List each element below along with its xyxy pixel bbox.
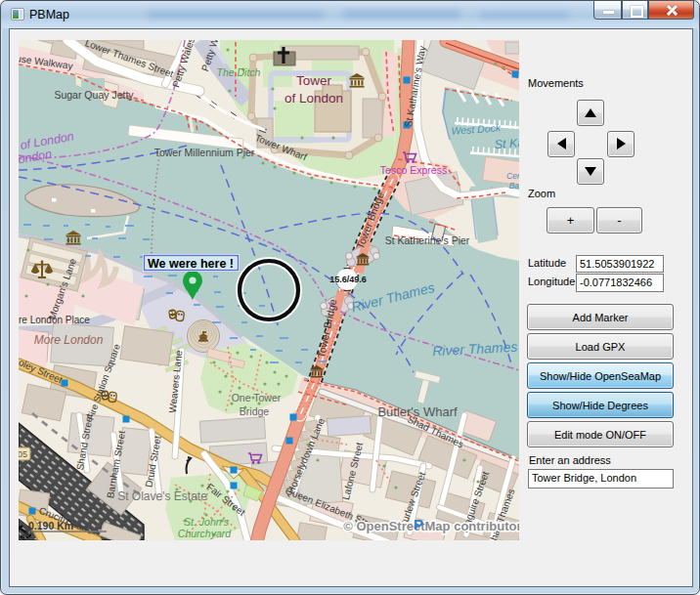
- svg-text:Bas: Bas: [509, 181, 519, 191]
- svg-text:Tower Millennium Pier: Tower Millennium Pier: [154, 147, 255, 158]
- svg-text:of London: of London: [284, 91, 343, 106]
- svg-text:© OpenStreetMap contributors: © OpenStreetMap contributors: [343, 519, 519, 533]
- svg-text:More London: More London: [34, 333, 104, 347]
- svg-text:Cent: Cent: [506, 171, 519, 181]
- svg-text:Tower: Tower: [296, 73, 332, 88]
- svg-text:P: P: [414, 516, 423, 532]
- svg-text:Sugar Quay Jetty: Sugar Quay Jetty: [54, 89, 134, 101]
- svg-text:We were here !: We were here !: [148, 257, 234, 271]
- svg-text:05: 05: [19, 449, 27, 459]
- svg-text:St Olave's Estate: St Olave's Estate: [117, 489, 207, 503]
- svg-text:One Tower: One Tower: [232, 392, 282, 404]
- svg-text:Churchyard: Churchyard: [178, 528, 232, 539]
- svg-text:St Katherine's Pier: St Katherine's Pier: [385, 234, 470, 246]
- svg-text:Tesco Express: Tesco Express: [380, 164, 447, 176]
- svg-text:15.6/49.6: 15.6/49.6: [329, 275, 367, 284]
- svg-text:St Kat: St Kat: [494, 136, 519, 151]
- svg-text:St. John's: St. John's: [184, 516, 230, 528]
- svg-text:Bridge: Bridge: [240, 405, 270, 417]
- svg-text:The Ditch: The Ditch: [217, 66, 261, 78]
- svg-text:0.190 Km: 0.190 Km: [28, 520, 73, 531]
